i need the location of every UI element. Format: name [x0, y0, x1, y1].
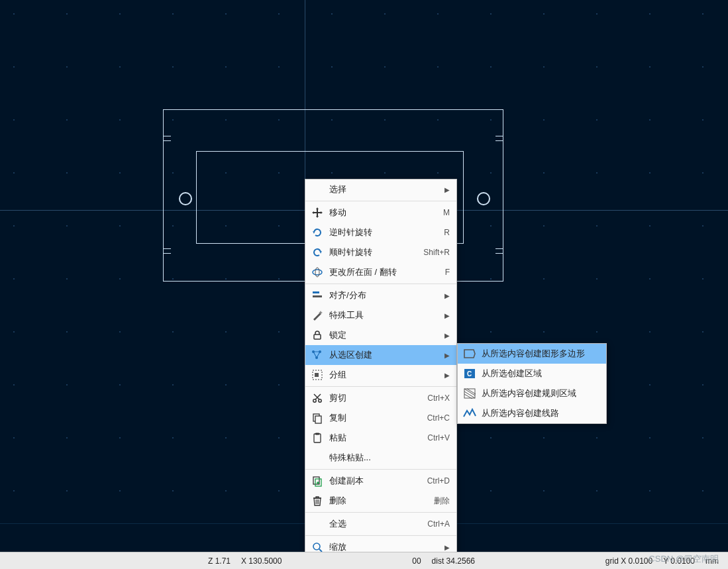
menu-label: 删除 — [325, 495, 427, 507]
blank-icon — [309, 450, 325, 466]
submenu-label: 从所选内容创建规则区域 — [478, 388, 599, 399]
menu-move[interactable]: 移动 M — [305, 203, 456, 223]
duplicate-icon — [309, 473, 325, 489]
region-icon: C — [462, 366, 478, 382]
separator — [305, 535, 456, 536]
menu-label: 复制 — [325, 412, 421, 424]
svg-rect-3 — [313, 295, 322, 297]
chevron-right-icon: ▶ — [442, 312, 450, 319]
menu-accel: 删除 — [427, 495, 450, 507]
menu-duplicate[interactable]: 创建副本 Ctrl+D — [305, 471, 456, 491]
menu-delete[interactable]: 删除 删除 — [305, 491, 456, 511]
submenu-region[interactable]: C 从所选创建区域 — [458, 364, 606, 384]
menu-select-all[interactable]: 全选 Ctrl+A — [305, 514, 456, 534]
menu-label: 特殊粘贴... — [325, 452, 450, 464]
align-icon — [309, 287, 325, 303]
wand-icon — [309, 307, 325, 323]
menu-lock[interactable]: 锁定 ▶ — [305, 325, 456, 345]
left-hole[interactable] — [179, 192, 192, 205]
menu-accel: Shift+R — [417, 248, 450, 257]
menu-special-tools[interactable]: 特殊工具 ▶ — [305, 305, 456, 325]
status-z: Z 1.71 — [203, 556, 236, 566]
chevron-right-icon: ▶ — [442, 332, 450, 339]
svg-rect-9 — [315, 373, 319, 377]
menu-label: 剪切 — [325, 392, 421, 404]
menu-accel: Ctrl+V — [421, 433, 450, 442]
separator — [305, 512, 456, 513]
submenu-label: 从所选创建区域 — [478, 368, 599, 380]
menu-create-from-selection[interactable]: 从选区创建 ▶ — [305, 345, 456, 365]
menu-label: 粘贴 — [325, 432, 421, 444]
submenu-polygon[interactable]: 从所选内容创建图形多边形 — [458, 344, 606, 364]
svg-rect-14 — [314, 434, 321, 442]
svg-text:C: C — [467, 370, 472, 378]
route-icon — [462, 405, 478, 421]
separator — [305, 386, 456, 387]
menu-accel: Ctrl+D — [421, 476, 450, 486]
right-hole[interactable] — [477, 192, 490, 205]
status-dist: dist 34.2566 — [427, 556, 480, 566]
notch — [495, 136, 503, 141]
svg-rect-15 — [315, 433, 319, 435]
menu-paste[interactable]: 粘贴 Ctrl+V — [305, 428, 456, 448]
menu-label: 特殊工具 — [325, 309, 442, 321]
notch — [163, 136, 171, 141]
menu-label: 从选区创建 — [325, 349, 442, 361]
flip-icon — [309, 264, 325, 280]
chevron-right-icon: ▶ — [442, 372, 450, 379]
menu-label: 移动 — [325, 207, 437, 219]
notch — [495, 248, 503, 254]
submenu-rule-region[interactable]: 从所选内容创建规则区域 — [458, 384, 606, 403]
menu-label: 顺时针旋转 — [325, 246, 417, 258]
rotate-ccw-icon — [309, 225, 325, 240]
menu-label: 对齐/分布 — [325, 289, 442, 301]
menu-cut[interactable]: 剪切 Ctrl+X — [305, 388, 456, 408]
chevron-right-icon: ▶ — [442, 292, 450, 299]
separator — [305, 469, 456, 470]
group-icon — [309, 367, 325, 383]
menu-rotate-ccw[interactable]: 逆时针旋转 R — [305, 223, 456, 242]
polygon-icon — [462, 346, 478, 362]
menu-label: 逆时针旋转 — [325, 227, 437, 238]
status-grid-y: Y 0.0100 — [658, 556, 700, 566]
chevron-right-icon: ▶ — [442, 544, 450, 551]
hatch-icon — [462, 386, 478, 401]
submenu-route[interactable]: 从所选内容创建线路 — [458, 403, 606, 423]
svg-rect-4 — [314, 335, 321, 339]
submenu-create-from-selection[interactable]: 从所选内容创建图形多边形 C 从所选创建区域 从所选内容创建规则区域 从所选内容… — [457, 343, 607, 424]
menu-select[interactable]: 选择 ▶ — [305, 180, 456, 199]
menu-change-side[interactable]: 更改所在面 / 翻转 F — [305, 262, 456, 282]
separator — [305, 284, 456, 284]
status-unit: mm — [700, 556, 724, 566]
svg-point-18 — [313, 543, 320, 550]
chevron-right-icon: ▶ — [442, 352, 450, 359]
lock-icon — [309, 327, 325, 343]
paste-icon — [309, 430, 325, 446]
menu-accel: Ctrl+A — [421, 519, 450, 529]
context-menu[interactable]: 选择 ▶ 移动 M 逆时针旋转 R 顺时针旋转 Shift+R 更改所在面 / … — [305, 179, 457, 569]
notch — [163, 248, 171, 254]
menu-accel: R — [437, 228, 450, 237]
menu-group[interactable]: 分组 ▶ — [305, 365, 456, 385]
submenu-label: 从所选内容创建线路 — [478, 407, 599, 419]
menu-label: 分组 — [325, 369, 442, 381]
menu-accel: Ctrl+X — [421, 393, 450, 403]
menu-paste-special[interactable]: 特殊粘贴... — [305, 448, 456, 468]
menu-label: 锁定 — [325, 329, 442, 341]
menu-rotate-cw[interactable]: 顺时针旋转 Shift+R — [305, 242, 456, 262]
submenu-label: 从所选内容创建图形多边形 — [478, 348, 599, 360]
status-bar: Z 1.71 X 130.5000 00 dist 34.2566 grid X… — [0, 552, 728, 569]
menu-label: 创建副本 — [325, 475, 421, 487]
svg-point-0 — [313, 270, 322, 275]
menu-copy[interactable]: 复制 Ctrl+C — [305, 408, 456, 428]
menu-label: 选择 — [325, 183, 442, 195]
menu-label: 更改所在面 / 翻转 — [325, 266, 439, 278]
menu-accel: M — [437, 208, 450, 217]
svg-rect-13 — [315, 416, 321, 423]
blank-icon — [309, 516, 325, 532]
menu-align[interactable]: 对齐/分布 ▶ — [305, 285, 456, 305]
svg-rect-2 — [313, 291, 319, 293]
svg-point-1 — [315, 268, 319, 277]
separator — [305, 201, 456, 201]
cut-icon — [309, 390, 325, 406]
